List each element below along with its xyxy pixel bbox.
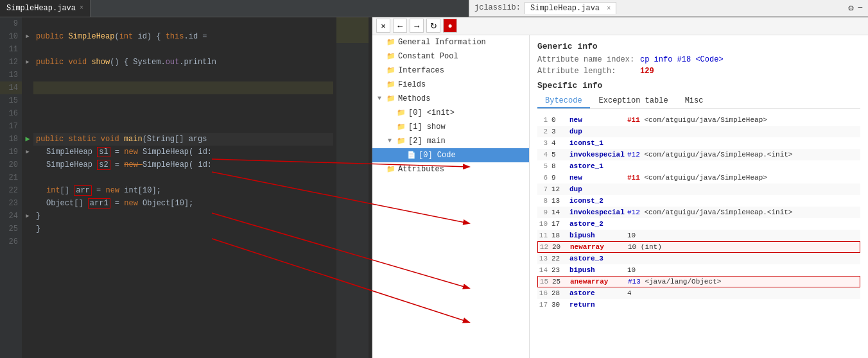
tree-item-method-main-code[interactable]: 📄 [0] Code <box>372 148 529 162</box>
fold-btn-10[interactable]: ▶ <box>22 30 33 43</box>
line-number: 9 <box>0 17 22 30</box>
minimap <box>333 17 372 358</box>
bc-row-10: 10 17 astore_2 <box>537 218 860 230</box>
code-line-14 <box>33 81 333 94</box>
tree-item-constant-pool[interactable]: 📁 Constant Pool <box>372 49 529 64</box>
line-number: 16 <box>0 107 22 120</box>
generic-info-title: Generic info <box>537 42 860 51</box>
jclasslib-header-label: jclasslib: <box>474 3 521 12</box>
attr-name-value[interactable]: cp info #18 <Code> <box>640 55 724 64</box>
bc-row-4: 4 5 invokespecial #12 <com/atguigu/java/… <box>537 149 860 160</box>
tree-item-methods[interactable]: ▼ 📁 Methods <box>372 92 529 106</box>
fold-btn-24[interactable]: ▶ <box>22 210 33 223</box>
info-panel: Generic info Attribute name index: cp in… <box>530 35 868 358</box>
tree-folder-icon: 📁 <box>386 38 395 46</box>
editor-tab-label: SimpleHeap.java <box>6 4 76 13</box>
bc-row-6: 6 9 new #11 <com/atguigu/java/SimpleHeap… <box>537 172 860 183</box>
code-line-23: Object[] arr1 = new Object[10]; <box>33 197 333 210</box>
bc-row-3: 3 4 iconst_1 <box>537 137 860 149</box>
toolbar-close-btn[interactable]: × <box>376 19 390 33</box>
bc-row-1: 1 0 new #11 <com/atguigu/java/SimpleHeap… <box>537 114 860 126</box>
tree-label-interfaces: Interfaces <box>398 66 444 75</box>
attr-length-row: Attribute length: 129 <box>537 67 860 76</box>
code-line-26 <box>33 235 333 248</box>
line-number: 20 <box>0 158 22 171</box>
code-line-13 <box>33 69 333 81</box>
editor-tab-close[interactable]: × <box>80 4 83 12</box>
code-line-25: } <box>33 223 333 235</box>
bytecode-tab-exception[interactable]: Exception table <box>591 94 676 108</box>
tree-folder-show-icon: 📁 <box>397 123 406 131</box>
line-numbers: 9 10 11 12 13 14 15 16 17 18 19 20 21 22… <box>0 17 22 358</box>
line-number: 17 <box>0 120 22 133</box>
tree-item-attributes[interactable]: 📁 Attributes <box>372 162 529 176</box>
bc-row-14: 14 23 bipush 10 <box>537 264 860 276</box>
line-number: 13 <box>0 69 22 81</box>
line-number: 25 <box>0 223 22 235</box>
tree-folder-attrs-icon: 📁 <box>386 165 395 173</box>
fold-btn-12[interactable]: ▶ <box>22 56 33 69</box>
tree-label-constant-pool: Constant Pool <box>398 52 458 61</box>
toolbar-forward-btn[interactable]: → <box>410 19 424 33</box>
editor-panel: 9 10 11 12 13 14 15 16 17 18 19 20 21 22… <box>0 17 372 358</box>
code-line-19: SimpleHeap sl = new SimpleHeap( id: <box>33 146 333 158</box>
code-line-18: public static void main(String[] args <box>33 133 333 146</box>
line-number: 11 <box>0 43 22 56</box>
bytecode-table: 1 0 new #11 <com/atguigu/java/SimpleHeap… <box>537 114 860 311</box>
code-line-21 <box>33 171 333 184</box>
code-line-16 <box>33 107 333 120</box>
tree-label-methods: Methods <box>398 94 430 103</box>
code-line-22: int[] arr = new int[10]; <box>33 184 333 197</box>
tree-folder-f-icon: 📁 <box>386 80 395 89</box>
bc-row-2: 2 3 dup <box>537 126 860 137</box>
minimize-icon[interactable]: − <box>858 3 863 13</box>
attr-name-label: Attribute name index: <box>537 55 640 64</box>
line-number: 10 <box>0 30 22 43</box>
code-line-24: } <box>33 210 333 223</box>
line-number: 15 <box>0 94 22 107</box>
tree-item-method-init[interactable]: 📁 [0] <init> <box>372 106 529 120</box>
code-line-17 <box>33 120 333 133</box>
tree-item-general-info[interactable]: 📁 General Information <box>372 35 529 49</box>
code-content: public SimpleHeap(int id) { this.id = pu… <box>33 17 333 358</box>
bc-row-17: 17 30 return <box>537 299 860 311</box>
tree-folder-m-icon: 📁 <box>386 94 395 103</box>
toolbar-refresh-btn[interactable]: ↻ <box>426 19 440 33</box>
line-number: 19 <box>0 146 22 158</box>
tree-folder-init-icon: 📁 <box>397 108 406 117</box>
editor-tab[interactable]: SimpleHeap.java × <box>0 0 91 17</box>
gear-icon[interactable]: ⚙ <box>848 3 853 13</box>
fold-btn-18[interactable]: ▶ <box>22 146 33 158</box>
bytecode-tab-bytecode[interactable]: Bytecode <box>537 94 590 108</box>
tree-panel: 📁 General Information 📁 Constant Pool 📁 … <box>372 35 530 358</box>
tree-folder-if-icon: 📁 <box>386 66 395 74</box>
code-line-15 <box>33 94 333 107</box>
bytecode-tabs: Bytecode Exception table Misc <box>537 94 860 109</box>
toolbar-back-btn[interactable]: ← <box>393 19 407 33</box>
tree-label-method-init: [0] <init> <box>408 108 455 117</box>
tree-item-method-show[interactable]: 📁 [1] show <box>372 120 529 134</box>
tree-label-method-main: [2] main <box>408 137 446 146</box>
tree-item-method-main[interactable]: ▼ 📁 [2] main <box>372 134 529 148</box>
attr-length-value: 129 <box>640 67 654 76</box>
jclasslib-tab[interactable]: SimpleHeap.java × <box>525 2 616 14</box>
tree-label-attributes: Attributes <box>398 165 444 174</box>
tree-item-fields[interactable]: 📁 Fields <box>372 78 529 92</box>
line-number: 21 <box>0 171 22 184</box>
tree-expand-main: ▼ <box>388 137 397 144</box>
bc-row-15: 15 25 anewarray #13 <java/lang/Object> <box>537 276 860 287</box>
jclasslib-body: 📁 General Information 📁 Constant Pool 📁 … <box>372 35 868 358</box>
bc-row-11: 11 18 bipush 10 <box>537 230 860 241</box>
toolbar-record-btn[interactable]: ● <box>443 19 457 33</box>
tree-expand-methods: ▼ <box>378 95 386 102</box>
bc-row-8: 8 13 iconst_2 <box>537 195 860 207</box>
tree-item-interfaces[interactable]: 📁 Interfaces <box>372 64 529 78</box>
jclasslib-panel: × ← → ↻ ● 📁 General Information <box>372 17 868 358</box>
jclasslib-tab-close[interactable]: × <box>607 5 611 12</box>
bytecode-tab-misc[interactable]: Misc <box>677 94 711 108</box>
attr-length-label: Attribute length: <box>537 67 640 76</box>
debug-arrow: ▶ <box>22 133 33 146</box>
tree-label-fields: Fields <box>398 80 426 89</box>
tree-label-method-show: [1] show <box>408 123 446 132</box>
line-number: 14 <box>0 81 22 94</box>
